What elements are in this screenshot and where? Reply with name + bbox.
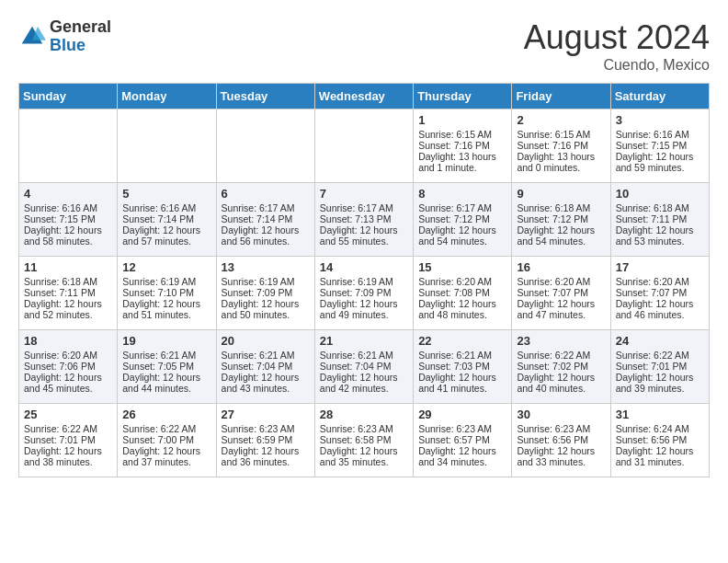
calendar-cell: 22Sunrise: 6:21 AMSunset: 7:03 PMDayligh…: [414, 330, 512, 404]
sunrise-text: Sunrise: 6:21 AM: [418, 350, 506, 361]
sunset-text: Sunset: 6:58 PM: [320, 434, 408, 445]
sunset-text: Sunset: 7:11 PM: [24, 287, 112, 298]
day-number: 24: [616, 334, 704, 348]
day-number: 15: [418, 260, 506, 274]
sunrise-text: Sunrise: 6:19 AM: [122, 276, 210, 287]
sunset-text: Sunset: 7:01 PM: [24, 434, 112, 445]
sunset-text: Sunset: 6:56 PM: [616, 434, 704, 445]
sunset-text: Sunset: 7:10 PM: [122, 287, 210, 298]
day-number: 29: [418, 408, 506, 421]
sunrise-text: Sunrise: 6:17 AM: [222, 202, 310, 213]
sunset-text: Sunset: 7:02 PM: [517, 361, 605, 372]
calendar-cell: 1Sunrise: 6:15 AMSunset: 7:16 PMDaylight…: [414, 109, 512, 183]
day-header-friday: Friday: [512, 84, 610, 109]
daylight-text: Daylight: 12 hours and 54 minutes.: [418, 224, 506, 247]
daylight-text: Daylight: 12 hours and 36 minutes.: [222, 445, 310, 467]
daylight-text: Daylight: 12 hours and 38 minutes.: [24, 445, 112, 467]
day-number: 10: [616, 187, 704, 201]
daylight-text: Daylight: 12 hours and 35 minutes.: [320, 445, 408, 467]
day-number: 17: [616, 260, 704, 274]
sunrise-text: Sunrise: 6:18 AM: [517, 202, 605, 213]
calendar-cell: 18Sunrise: 6:20 AMSunset: 7:06 PMDayligh…: [19, 330, 118, 404]
daylight-text: Daylight: 12 hours and 55 minutes.: [320, 224, 408, 247]
logo-general-text: General: [50, 18, 111, 37]
day-number: 16: [517, 260, 605, 274]
sunrise-text: Sunrise: 6:19 AM: [320, 276, 408, 287]
day-number: 31: [616, 408, 704, 421]
daylight-text: Daylight: 12 hours and 42 minutes.: [320, 372, 408, 394]
calendar-cell: 14Sunrise: 6:19 AMSunset: 7:09 PMDayligh…: [314, 257, 413, 330]
sunset-text: Sunset: 6:56 PM: [517, 434, 605, 445]
sunset-text: Sunset: 7:04 PM: [222, 361, 310, 372]
day-number: 13: [222, 260, 310, 274]
day-number: 30: [517, 408, 605, 421]
calendar-cell: 23Sunrise: 6:22 AMSunset: 7:02 PMDayligh…: [512, 330, 610, 404]
location-subtitle: Cuendo, Mexico: [524, 57, 710, 74]
sunrise-text: Sunrise: 6:17 AM: [418, 202, 506, 213]
title-block: August 2024 Cuendo, Mexico: [524, 18, 710, 74]
daylight-text: Daylight: 12 hours and 43 minutes.: [222, 372, 310, 394]
day-number: 5: [122, 187, 210, 201]
sunrise-text: Sunrise: 6:23 AM: [517, 423, 605, 434]
week-row-1: 1Sunrise: 6:15 AMSunset: 7:16 PMDaylight…: [19, 109, 710, 183]
daylight-text: Daylight: 13 hours and 0 minutes.: [517, 151, 605, 173]
sunrise-text: Sunrise: 6:20 AM: [24, 350, 112, 361]
daylight-text: Daylight: 12 hours and 54 minutes.: [517, 224, 605, 247]
sunrise-text: Sunrise: 6:21 AM: [222, 350, 310, 361]
daylight-text: Daylight: 12 hours and 47 minutes.: [517, 298, 605, 320]
calendar-cell: 17Sunrise: 6:20 AMSunset: 7:07 PMDayligh…: [610, 257, 709, 330]
sunset-text: Sunset: 6:57 PM: [418, 434, 506, 445]
day-number: 25: [24, 408, 112, 421]
calendar-cell: 8Sunrise: 6:17 AMSunset: 7:12 PMDaylight…: [414, 183, 512, 257]
day-number: 9: [517, 187, 605, 201]
sunrise-text: Sunrise: 6:23 AM: [418, 423, 506, 434]
day-number: 4: [24, 187, 112, 201]
sunrise-text: Sunrise: 6:21 AM: [122, 350, 210, 361]
sunrise-text: Sunrise: 6:15 AM: [418, 129, 506, 140]
calendar-cell: 29Sunrise: 6:23 AMSunset: 6:57 PMDayligh…: [414, 404, 512, 477]
daylight-text: Daylight: 12 hours and 41 minutes.: [418, 372, 506, 394]
daylight-text: Daylight: 12 hours and 34 minutes.: [418, 445, 506, 467]
logo-text: General Blue: [50, 18, 111, 55]
calendar-table: SundayMondayTuesdayWednesdayThursdayFrid…: [18, 83, 710, 477]
sunrise-text: Sunrise: 6:23 AM: [222, 423, 310, 434]
sunrise-text: Sunrise: 6:18 AM: [616, 202, 704, 213]
calendar-cell: 2Sunrise: 6:15 AMSunset: 7:16 PMDaylight…: [512, 109, 610, 183]
sunrise-text: Sunrise: 6:16 AM: [122, 202, 210, 213]
day-number: 12: [122, 260, 210, 274]
calendar-cell: 4Sunrise: 6:16 AMSunset: 7:15 PMDaylight…: [19, 183, 118, 257]
daylight-text: Daylight: 12 hours and 33 minutes.: [517, 445, 605, 467]
sunrise-text: Sunrise: 6:24 AM: [616, 423, 704, 434]
daylight-text: Daylight: 12 hours and 57 minutes.: [122, 224, 210, 247]
daylight-text: Daylight: 13 hours and 1 minute.: [418, 151, 506, 173]
calendar-cell: 16Sunrise: 6:20 AMSunset: 7:07 PMDayligh…: [512, 257, 610, 330]
day-number: 26: [122, 408, 210, 421]
day-number: 23: [517, 334, 605, 348]
week-row-3: 11Sunrise: 6:18 AMSunset: 7:11 PMDayligh…: [19, 257, 710, 330]
sunset-text: Sunset: 7:15 PM: [24, 213, 112, 224]
day-number: 8: [418, 187, 506, 201]
sunrise-text: Sunrise: 6:20 AM: [418, 276, 506, 287]
calendar-cell: 24Sunrise: 6:22 AMSunset: 7:01 PMDayligh…: [610, 330, 709, 404]
sunrise-text: Sunrise: 6:22 AM: [122, 423, 210, 434]
daylight-text: Daylight: 12 hours and 59 minutes.: [616, 151, 704, 173]
sunset-text: Sunset: 7:05 PM: [122, 361, 210, 372]
sunset-text: Sunset: 7:14 PM: [222, 213, 310, 224]
calendar-cell: [216, 109, 314, 183]
calendar-cell: 6Sunrise: 6:17 AMSunset: 7:14 PMDaylight…: [216, 183, 314, 257]
daylight-text: Daylight: 12 hours and 51 minutes.: [122, 298, 210, 320]
day-number: 20: [222, 334, 310, 348]
logo-blue-text: Blue: [50, 37, 111, 55]
day-number: 28: [320, 408, 408, 421]
daylight-text: Daylight: 12 hours and 58 minutes.: [24, 224, 112, 247]
day-number: 18: [24, 334, 112, 348]
daylight-text: Daylight: 12 hours and 40 minutes.: [517, 372, 605, 394]
calendar-cell: 30Sunrise: 6:23 AMSunset: 6:56 PMDayligh…: [512, 404, 610, 477]
week-row-2: 4Sunrise: 6:16 AMSunset: 7:15 PMDaylight…: [19, 183, 710, 257]
calendar-cell: [118, 109, 216, 183]
sunrise-text: Sunrise: 6:17 AM: [320, 202, 408, 213]
day-number: 3: [616, 113, 704, 127]
month-year-title: August 2024: [524, 18, 710, 57]
sunrise-text: Sunrise: 6:21 AM: [320, 350, 408, 361]
sunrise-text: Sunrise: 6:20 AM: [517, 276, 605, 287]
